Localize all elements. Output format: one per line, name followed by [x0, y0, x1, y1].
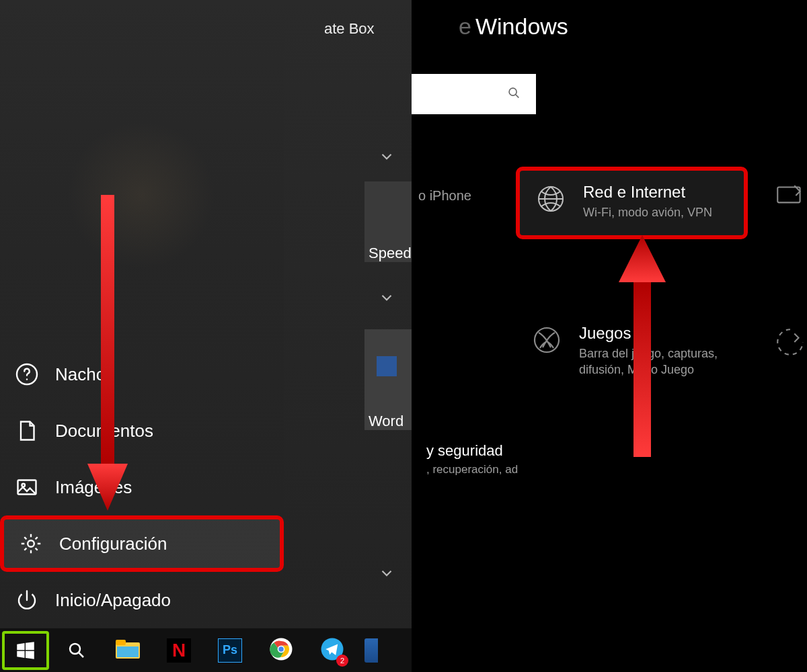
- start-pictures-item[interactable]: Imágenes: [0, 459, 284, 515]
- phone-partial-text: o iPhone: [418, 188, 471, 204]
- svg-point-3: [22, 484, 26, 487]
- windows-logo-icon: [14, 639, 37, 662]
- taskbar-explorer[interactable]: [102, 628, 153, 672]
- app-icon: [364, 638, 378, 663]
- chevron-down-icon[interactable]: [378, 148, 395, 169]
- tile-word-label: Word: [369, 413, 404, 430]
- annotation-arrow-right: [605, 235, 679, 464]
- start-tiles-column: ate Box Speed Word: [284, 0, 412, 628]
- taskbar-search[interactable]: [51, 628, 102, 672]
- svg-marker-19: [619, 235, 666, 282]
- svg-point-5: [509, 88, 516, 95]
- taskbar-photoshop[interactable]: Ps: [204, 628, 256, 672]
- svg-rect-20: [633, 282, 651, 457]
- taskbar-netflix[interactable]: N: [153, 628, 204, 672]
- svg-point-9: [70, 644, 80, 654]
- svg-point-4: [28, 540, 34, 547]
- help-icon: [15, 362, 39, 386]
- svg-rect-17: [101, 195, 114, 464]
- file-explorer-icon: [115, 638, 141, 663]
- taskbar-overflow[interactable]: [358, 628, 385, 672]
- globe-icon: [535, 183, 567, 215]
- svg-point-1: [26, 378, 28, 380]
- picture-icon: [15, 475, 39, 499]
- netflix-icon: N: [167, 638, 191, 663]
- start-power-item[interactable]: Inicio/Apagado: [0, 572, 284, 628]
- personalization-icon[interactable]: [773, 180, 807, 216]
- xbox-icon: [531, 324, 563, 356]
- annotation-arrow-left: [81, 195, 134, 517]
- notification-badge: 2: [336, 655, 348, 667]
- category-network-sub: Wi-Fi, modo avión, VPN: [583, 204, 712, 220]
- category-network-title: Red e Internet: [583, 183, 712, 202]
- search-icon: [506, 85, 521, 103]
- word-icon: [377, 356, 397, 376]
- search-icon: [67, 640, 87, 661]
- start-settings-label: Configuración: [59, 534, 167, 554]
- start-power-label: Inicio/Apagado: [55, 590, 171, 611]
- start-user-item[interactable]: Nachos: [0, 346, 284, 403]
- start-side-menu: Nachos Documentos Imágenes Configuración…: [0, 346, 284, 628]
- svg-rect-11: [116, 640, 126, 645]
- start-settings-item[interactable]: Configuración: [0, 515, 284, 572]
- gear-icon: [19, 532, 43, 556]
- category-security-title: y seguridad: [426, 442, 518, 460]
- settings-category-security[interactable]: y seguridad , recuperación, ad: [412, 430, 566, 493]
- chrome-icon: [269, 637, 293, 664]
- photoshop-icon: Ps: [218, 638, 242, 663]
- power-icon: [15, 588, 39, 612]
- start-documents-item[interactable]: Documentos: [0, 403, 284, 459]
- document-icon: [15, 419, 39, 443]
- svg-rect-12: [117, 646, 139, 657]
- svg-marker-18: [87, 464, 128, 511]
- settings-search-box[interactable]: [412, 74, 536, 114]
- start-button[interactable]: [2, 631, 49, 670]
- start-menu-panel: Nachos Documentos Imágenes Configuración…: [0, 0, 284, 628]
- tile-speed-label: Speed: [369, 245, 412, 262]
- taskbar: N Ps 2: [0, 628, 412, 672]
- settings-title: eWindows: [459, 13, 568, 40]
- taskbar-chrome[interactable]: [256, 628, 307, 672]
- chevron-down-icon[interactable]: [378, 289, 395, 310]
- settings-category-network[interactable]: Red e Internet Wi-Fi, modo avión, VPN: [516, 167, 748, 239]
- taskbar-telegram[interactable]: 2: [307, 628, 358, 672]
- chevron-down-icon[interactable]: [378, 564, 395, 586]
- category-security-sub: , recuperación, ad: [426, 462, 518, 478]
- tile-group-header[interactable]: ate Box: [324, 20, 375, 38]
- ease-of-access-icon[interactable]: [773, 325, 807, 362]
